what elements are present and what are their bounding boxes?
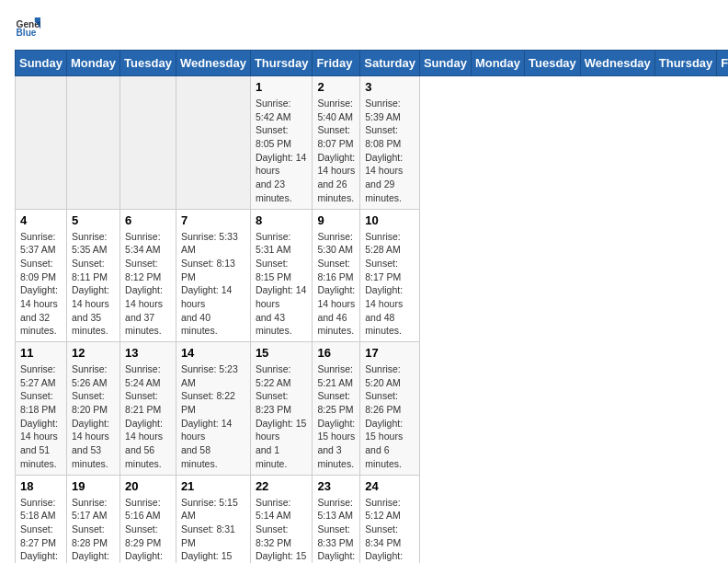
- header-sunday: Sunday: [16, 51, 67, 76]
- day-number: 19: [72, 479, 115, 493]
- calendar-cell: 9Sunrise: 5:30 AM Sunset: 8:16 PM Daylig…: [313, 209, 360, 342]
- calendar-cell: 19Sunrise: 5:17 AM Sunset: 8:28 PM Dayli…: [66, 475, 119, 563]
- header-monday: Monday: [66, 51, 119, 76]
- day-info: Sunrise: 5:34 AM Sunset: 8:12 PM Dayligh…: [125, 230, 171, 339]
- day-info: Sunrise: 5:37 AM Sunset: 8:09 PM Dayligh…: [20, 230, 62, 339]
- calendar-cell: 17Sunrise: 5:20 AM Sunset: 8:26 PM Dayli…: [360, 342, 420, 476]
- header-monday: Monday: [471, 51, 524, 76]
- svg-text:Blue: Blue: [17, 28, 37, 38]
- calendar-cell: 12Sunrise: 5:26 AM Sunset: 8:20 PM Dayli…: [66, 342, 119, 476]
- calendar-cell: 11Sunrise: 5:27 AM Sunset: 8:18 PM Dayli…: [16, 342, 67, 476]
- calendar-cell: 21Sunrise: 5:15 AM Sunset: 8:31 PM Dayli…: [176, 475, 250, 563]
- calendar-cell: 6Sunrise: 5:34 AM Sunset: 8:12 PM Daylig…: [120, 209, 176, 342]
- day-info: Sunrise: 5:40 AM Sunset: 8:07 PM Dayligh…: [317, 97, 355, 205]
- calendar-cell: 18Sunrise: 5:18 AM Sunset: 8:27 PM Dayli…: [16, 475, 67, 563]
- day-number: 6: [125, 213, 171, 227]
- calendar-header-row: SundayMondayTuesdayWednesdayThursdayFrid…: [16, 51, 729, 76]
- day-info: Sunrise: 5:26 AM Sunset: 8:20 PM Dayligh…: [72, 362, 115, 471]
- day-info: Sunrise: 5:15 AM Sunset: 8:31 PM Dayligh…: [181, 496, 245, 564]
- day-info: Sunrise: 5:30 AM Sunset: 8:16 PM Dayligh…: [317, 230, 355, 339]
- day-number: 20: [125, 479, 171, 493]
- logo-icon: General Blue: [15, 15, 40, 40]
- day-number: 4: [20, 213, 62, 227]
- day-number: 13: [125, 346, 171, 360]
- calendar-table: SundayMondayTuesdayWednesdayThursdayFrid…: [15, 50, 728, 563]
- day-number: 3: [365, 80, 415, 94]
- calendar-cell: 7Sunrise: 5:33 AM Sunset: 8:13 PM Daylig…: [176, 209, 250, 342]
- day-info: Sunrise: 5:18 AM Sunset: 8:27 PM Dayligh…: [20, 496, 62, 564]
- header-thursday: Thursday: [654, 51, 717, 76]
- header-wednesday: Wednesday: [176, 51, 250, 76]
- calendar-cell: [176, 76, 250, 210]
- calendar-week-row: 11Sunrise: 5:27 AM Sunset: 8:18 PM Dayli…: [16, 342, 729, 476]
- calendar-cell: 13Sunrise: 5:24 AM Sunset: 8:21 PM Dayli…: [120, 342, 176, 476]
- day-number: 17: [365, 346, 415, 360]
- day-info: Sunrise: 5:33 AM Sunset: 8:13 PM Dayligh…: [181, 230, 245, 339]
- day-info: Sunrise: 5:16 AM Sunset: 8:29 PM Dayligh…: [125, 496, 171, 564]
- day-info: Sunrise: 5:35 AM Sunset: 8:11 PM Dayligh…: [72, 230, 115, 339]
- calendar-cell: 10Sunrise: 5:28 AM Sunset: 8:17 PM Dayli…: [360, 209, 420, 342]
- calendar-cell: 5Sunrise: 5:35 AM Sunset: 8:11 PM Daylig…: [66, 209, 119, 342]
- logo: General Blue: [15, 15, 44, 40]
- day-info: Sunrise: 5:20 AM Sunset: 8:26 PM Dayligh…: [365, 362, 415, 471]
- day-info: Sunrise: 5:27 AM Sunset: 8:18 PM Dayligh…: [20, 362, 62, 471]
- day-number: 18: [20, 479, 62, 493]
- day-number: 11: [20, 346, 62, 360]
- day-number: 14: [181, 346, 245, 360]
- calendar-cell: 3Sunrise: 5:39 AM Sunset: 8:08 PM Daylig…: [360, 76, 420, 210]
- day-info: Sunrise: 5:12 AM Sunset: 8:34 PM Dayligh…: [365, 496, 415, 564]
- header-tuesday: Tuesday: [120, 51, 176, 76]
- day-number: 5: [72, 213, 115, 227]
- calendar-cell: 14Sunrise: 5:23 AM Sunset: 8:22 PM Dayli…: [176, 342, 250, 476]
- calendar-cell: [16, 76, 67, 210]
- day-number: 8: [256, 213, 308, 227]
- day-info: Sunrise: 5:42 AM Sunset: 8:05 PM Dayligh…: [256, 97, 308, 205]
- calendar-cell: 22Sunrise: 5:14 AM Sunset: 8:32 PM Dayli…: [250, 475, 313, 563]
- day-info: Sunrise: 5:24 AM Sunset: 8:21 PM Dayligh…: [125, 362, 171, 471]
- header-thursday: Thursday: [250, 51, 313, 76]
- header-friday: Friday: [313, 51, 360, 76]
- day-number: 16: [317, 346, 355, 360]
- day-info: Sunrise: 5:28 AM Sunset: 8:17 PM Dayligh…: [365, 230, 415, 339]
- day-number: 7: [181, 213, 245, 227]
- header-wednesday: Wednesday: [580, 51, 654, 76]
- header-friday: Friday: [717, 51, 728, 76]
- day-info: Sunrise: 5:39 AM Sunset: 8:08 PM Dayligh…: [365, 97, 415, 205]
- header-sunday: Sunday: [419, 51, 471, 76]
- calendar-week-row: 1Sunrise: 5:42 AM Sunset: 8:05 PM Daylig…: [16, 76, 729, 210]
- calendar-cell: 16Sunrise: 5:21 AM Sunset: 8:25 PM Dayli…: [313, 342, 360, 476]
- day-info: Sunrise: 5:21 AM Sunset: 8:25 PM Dayligh…: [317, 362, 355, 471]
- calendar-cell: 20Sunrise: 5:16 AM Sunset: 8:29 PM Dayli…: [120, 475, 176, 563]
- day-number: 12: [72, 346, 115, 360]
- day-info: Sunrise: 5:14 AM Sunset: 8:32 PM Dayligh…: [256, 496, 308, 564]
- day-number: 9: [317, 213, 355, 227]
- day-info: Sunrise: 5:22 AM Sunset: 8:23 PM Dayligh…: [256, 362, 308, 471]
- calendar-cell: 23Sunrise: 5:13 AM Sunset: 8:33 PM Dayli…: [313, 475, 360, 563]
- day-number: 10: [365, 213, 415, 227]
- day-number: 21: [181, 479, 245, 493]
- calendar-cell: 24Sunrise: 5:12 AM Sunset: 8:34 PM Dayli…: [360, 475, 420, 563]
- day-number: 1: [256, 80, 308, 94]
- header-tuesday: Tuesday: [525, 51, 581, 76]
- day-info: Sunrise: 5:23 AM Sunset: 8:22 PM Dayligh…: [181, 362, 245, 471]
- calendar-cell: 2Sunrise: 5:40 AM Sunset: 8:07 PM Daylig…: [313, 76, 360, 210]
- day-number: 2: [317, 80, 355, 94]
- calendar-cell: [66, 76, 119, 210]
- day-info: Sunrise: 5:31 AM Sunset: 8:15 PM Dayligh…: [256, 230, 308, 339]
- page-header: General Blue: [15, 15, 713, 40]
- calendar-cell: 8Sunrise: 5:31 AM Sunset: 8:15 PM Daylig…: [250, 209, 313, 342]
- calendar-cell: 15Sunrise: 5:22 AM Sunset: 8:23 PM Dayli…: [250, 342, 313, 476]
- header-saturday: Saturday: [360, 51, 420, 76]
- calendar-cell: 1Sunrise: 5:42 AM Sunset: 8:05 PM Daylig…: [250, 76, 313, 210]
- day-number: 23: [317, 479, 355, 493]
- calendar-week-row: 18Sunrise: 5:18 AM Sunset: 8:27 PM Dayli…: [16, 475, 729, 563]
- calendar-cell: [120, 76, 176, 210]
- day-number: 15: [256, 346, 308, 360]
- day-info: Sunrise: 5:13 AM Sunset: 8:33 PM Dayligh…: [317, 496, 355, 564]
- calendar-week-row: 4Sunrise: 5:37 AM Sunset: 8:09 PM Daylig…: [16, 209, 729, 342]
- day-number: 24: [365, 479, 415, 493]
- calendar-cell: 4Sunrise: 5:37 AM Sunset: 8:09 PM Daylig…: [16, 209, 67, 342]
- day-number: 22: [256, 479, 308, 493]
- day-info: Sunrise: 5:17 AM Sunset: 8:28 PM Dayligh…: [72, 496, 115, 564]
